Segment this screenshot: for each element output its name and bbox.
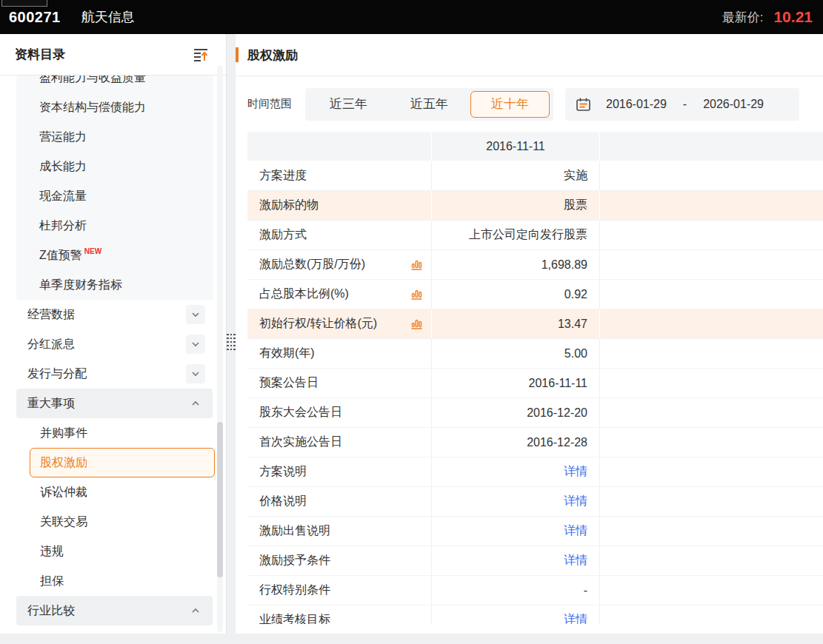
- sidebar-scrollbar-thumb[interactable]: [217, 422, 223, 577]
- date-range-picker[interactable]: 2016-01-29 - 2026-01-29: [565, 88, 799, 121]
- sidebar-item-担保[interactable]: 担保: [30, 566, 215, 596]
- row-label: 激励标的物: [259, 198, 319, 213]
- row-value-cell: 详情: [432, 487, 600, 516]
- chevron-up-icon[interactable]: [186, 394, 205, 413]
- row-empty-cell: [600, 428, 823, 457]
- row-label: 股东大会公告日: [259, 405, 342, 420]
- row-label-cell: 预案公告日: [247, 369, 432, 398]
- collapse-all-icon[interactable]: [192, 46, 210, 64]
- sidebar-item-label: 关联交易: [40, 514, 87, 530]
- incentive-table: 2016-11-11方案进度实施激励标的物股票激励方式上市公司定向发行股票激励总…: [247, 132, 823, 624]
- detail-link[interactable]: 详情: [564, 494, 587, 509]
- clipped-tab[interactable]: [1, 0, 47, 7]
- row-empty-cell: [600, 457, 823, 486]
- latest-price: 最新价: 10.21: [722, 8, 813, 26]
- row-value: -: [584, 584, 587, 597]
- sidebar-item-关联交易[interactable]: 关联交易: [30, 507, 215, 537]
- sidebar-item-label: 违规: [40, 544, 64, 560]
- sidebar-item-label: 现金流量: [39, 189, 87, 204]
- date-end[interactable]: 2026-01-29: [703, 98, 764, 111]
- sidebar-item-股权激励[interactable]: 股权激励: [30, 448, 215, 477]
- calendar-icon[interactable]: [576, 97, 591, 112]
- sidebar-item-label: 诉讼仲裁: [40, 485, 87, 500]
- panel-drag-handle[interactable]: [227, 330, 236, 354]
- sidebar-group-重大事项[interactable]: 重大事项: [16, 389, 213, 418]
- row-empty-cell: [600, 309, 823, 338]
- stock-name: 航天信息: [81, 8, 135, 26]
- date-start[interactable]: 2016-01-29: [606, 98, 667, 111]
- sidebar-group-经营数据[interactable]: 经营数据: [16, 300, 213, 329]
- sidebar-item-单季度财务指标[interactable]: 单季度财务指标: [16, 270, 213, 300]
- sidebar-item-现金流量[interactable]: 现金流量: [16, 181, 213, 211]
- sidebar-group-发行与分配[interactable]: 发行与分配: [16, 359, 213, 389]
- sidebar-item-label: 营运能力: [39, 130, 87, 145]
- sidebar-item-label: 杜邦分析: [39, 218, 87, 234]
- table-row: 方案进度实施: [247, 161, 823, 191]
- row-value-cell: 2016-12-28: [432, 428, 600, 457]
- row-label-cell: 有效期(年): [247, 339, 432, 368]
- bar-chart-icon[interactable]: [411, 259, 422, 270]
- sidebar-item-label: 资本结构与偿债能力: [39, 100, 146, 115]
- row-value-cell: 详情: [432, 546, 600, 575]
- row-empty-cell: [600, 250, 823, 279]
- detail-link[interactable]: 详情: [564, 523, 587, 539]
- sidebar-group-label: 重大事项: [27, 396, 75, 412]
- row-value-cell: 股票: [432, 191, 600, 220]
- row-value-cell: 2016-12-20: [432, 398, 600, 427]
- time-range-selector: 近三年近五年近十年: [305, 88, 553, 121]
- sidebar-item-label: 成长能力: [39, 159, 87, 175]
- chevron-down-icon[interactable]: [186, 364, 205, 383]
- sidebar-item-诉讼仲裁[interactable]: 诉讼仲裁: [30, 477, 215, 507]
- row-label-cell: 激励授予条件: [247, 546, 432, 575]
- time-range-option-近五年[interactable]: 近五年: [390, 91, 469, 118]
- row-empty-cell: [600, 576, 823, 605]
- row-label-cell: 占总股本比例(%): [247, 280, 432, 309]
- sidebar-item-盈利能力与收益质量[interactable]: 盈利能力与收益质量: [16, 76, 213, 93]
- page-title-row: 股权激励: [236, 34, 823, 76]
- time-range-option-近十年[interactable]: 近十年: [470, 91, 550, 118]
- row-empty-cell: [600, 517, 823, 546]
- row-label-cell: 初始行权/转让价格(元): [247, 309, 432, 338]
- row-value: 实施: [564, 168, 587, 184]
- row-value: 1,698.89: [542, 258, 587, 272]
- row-label-cell: 行权特别条件: [247, 576, 432, 605]
- row-value-cell: 详情: [432, 606, 600, 624]
- sidebar-item-成长能力[interactable]: 成长能力: [16, 152, 213, 181]
- row-label-cell: 价格说明: [247, 487, 432, 516]
- detail-link[interactable]: 详情: [564, 464, 587, 480]
- detail-link[interactable]: 详情: [564, 553, 587, 568]
- table-row: 激励方式上市公司定向发行股票: [247, 221, 823, 250]
- sidebar-group-分红派息[interactable]: 分红派息: [16, 329, 213, 359]
- table-row: 方案说明详情: [247, 457, 823, 487]
- sidebar-item-Z值预警[interactable]: Z值预警NEW: [16, 241, 213, 270]
- sidebar-item-违规[interactable]: 违规: [30, 537, 215, 566]
- sidebar-item-营运能力[interactable]: 营运能力: [16, 122, 213, 152]
- sidebar-item-杜邦分析[interactable]: 杜邦分析: [16, 211, 213, 241]
- chevron-up-icon[interactable]: [186, 601, 205, 620]
- row-label: 激励总数(万股/万份): [259, 257, 365, 272]
- row-value-cell: 13.47: [432, 309, 600, 338]
- row-value: 0.92: [564, 288, 587, 301]
- row-label-cell: 首次实施公告日: [247, 428, 432, 457]
- table-row: 预案公告日2016-11-11: [247, 369, 823, 398]
- sidebar-item-并购事件[interactable]: 并购事件: [30, 418, 215, 448]
- chevron-down-icon[interactable]: [186, 335, 205, 354]
- row-empty-cell: [600, 546, 823, 575]
- sidebar-scrollbar[interactable]: [217, 65, 223, 632]
- detail-link[interactable]: 详情: [564, 612, 587, 624]
- row-empty-cell: [600, 191, 823, 220]
- bar-chart-icon[interactable]: [411, 318, 422, 329]
- row-value-cell: 详情: [432, 457, 600, 486]
- sidebar-group-行业比较[interactable]: 行业比较: [16, 596, 213, 625]
- row-label: 占总股本比例(%): [259, 286, 349, 302]
- row-empty-cell: [600, 398, 823, 427]
- sidebar-header: 资料目录: [0, 34, 226, 76]
- row-value: 2016-12-28: [527, 436, 587, 449]
- sidebar-item-资本结构与偿债能力[interactable]: 资本结构与偿债能力: [16, 93, 213, 122]
- header-date-cell: 2016-11-11: [432, 132, 600, 161]
- row-label: 方案进度: [259, 168, 307, 184]
- row-value: 5.00: [564, 347, 587, 360]
- chevron-down-icon[interactable]: [186, 305, 205, 324]
- bar-chart-icon[interactable]: [411, 289, 422, 300]
- time-range-option-近三年[interactable]: 近三年: [309, 91, 388, 118]
